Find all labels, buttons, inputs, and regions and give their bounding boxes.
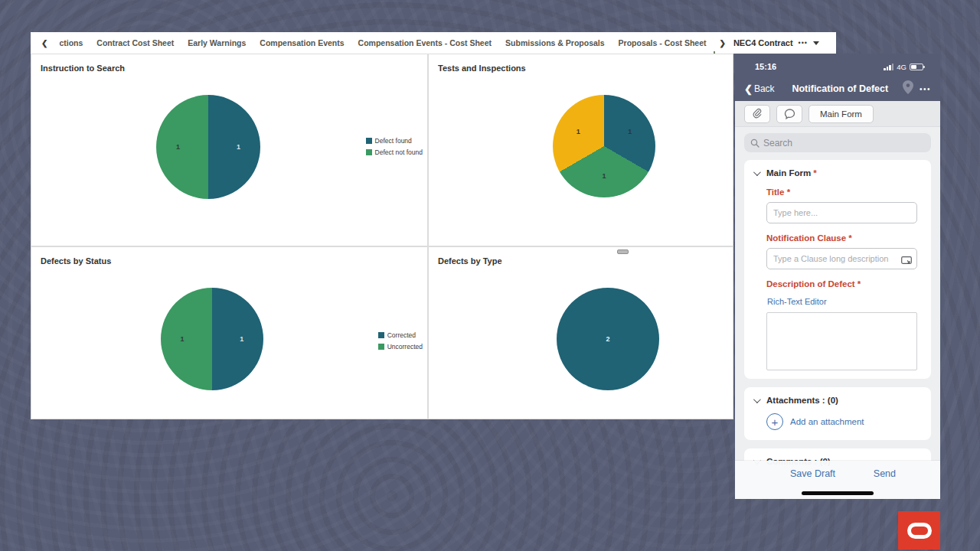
network-type: 4G <box>897 63 906 71</box>
comment-bubble-icon <box>784 109 795 119</box>
clock: 15:16 <box>755 62 776 71</box>
battery-icon <box>910 64 923 70</box>
tab-early-warnings[interactable]: Early Warnings <box>181 32 253 54</box>
notification-clause-label: Notification Clause * <box>766 233 922 243</box>
tab-strip: ctionsContract Cost SheetEarly WarningsC… <box>52 32 714 54</box>
title-label: Title * <box>766 187 922 197</box>
tabs-scroll-left-icon[interactable]: ❮ <box>37 39 52 47</box>
title-input[interactable]: Type here... <box>766 202 917 223</box>
attachments-section-header[interactable]: Attachments : (0) <box>753 396 922 405</box>
tabs-scroll-right-icon[interactable]: ❯ <box>715 39 730 47</box>
main-form-card: Main Form* Title * Type here... Notifica… <box>744 160 931 379</box>
pie-slice-value: 1 <box>181 335 185 343</box>
tab-ctions[interactable]: ctions <box>52 32 90 54</box>
pie-tests-and-inspections[interactable]: 111 <box>553 95 655 197</box>
add-attachment-button[interactable]: + Add an attachment <box>766 413 922 430</box>
legend-swatch <box>378 332 384 338</box>
paperclip-icon <box>753 108 763 119</box>
search-input[interactable]: Search <box>744 133 931 152</box>
attach-file-button[interactable] <box>744 105 770 123</box>
title-placeholder: Type here... <box>773 208 818 217</box>
description-field: Description of Defect * Rich-Text Editor <box>766 279 922 370</box>
title-field: Title * Type here... <box>766 187 922 223</box>
mobile-app-screen: 15:16 4G ❮ Back Notification of Defect •… <box>735 54 940 499</box>
pie-defects-by-type[interactable]: 2 <box>557 288 659 390</box>
signal-strength-icon <box>884 64 893 70</box>
tab-contract-cost-sheet[interactable]: Contract Cost Sheet <box>90 32 181 54</box>
chart-panel-defects-by-status: Defects by Status 11 CorrectedUncorrecte… <box>31 246 428 419</box>
back-button[interactable]: ❮ Back <box>744 83 775 95</box>
clause-placeholder: Type a Clause long description <box>773 254 888 263</box>
legend-swatch <box>366 149 372 155</box>
search-icon <box>750 139 760 148</box>
attachments-card: Attachments : (0) + Add an attachment <box>744 387 931 440</box>
status-bar: 15:16 4G <box>735 54 940 77</box>
pie-slice-value: 1 <box>577 128 580 135</box>
clause-picker-popup-icon[interactable] <box>901 254 912 268</box>
legend-label: Corrected <box>387 331 416 339</box>
comments-button[interactable] <box>776 105 802 123</box>
legend-item: Defect found <box>366 137 423 145</box>
pie-defects-by-status[interactable]: 11 <box>161 288 263 390</box>
contract-dropdown-caret-icon[interactable] <box>813 41 819 45</box>
back-label: Back <box>754 83 775 94</box>
page-title: Notification of Defect <box>779 83 901 94</box>
save-draft-button[interactable]: Save Draft <box>790 468 835 479</box>
contract-name: NEC4 Contract <box>733 38 793 47</box>
legend-label: Defect not found <box>375 148 423 156</box>
panel-resize-handle[interactable] <box>617 249 629 254</box>
pie-slice-value: 1 <box>602 172 606 180</box>
oracle-o-icon <box>907 523 932 539</box>
notification-clause-field: Notification Clause * Type a Clause long… <box>766 233 922 269</box>
legend-label: Uncorrected <box>387 343 423 350</box>
chevron-down-icon <box>753 168 761 176</box>
section-title: Attachments : (0) <box>766 396 838 405</box>
chart-legend: Defect foundDefect not found <box>366 137 423 156</box>
home-indicator[interactable] <box>802 491 874 495</box>
chart-panel-defects-by-type: Defects by Type 2 <box>428 246 733 419</box>
dashboard-grid: Instruction to Search 11 Defect foundDef… <box>31 54 733 419</box>
chart-panel-tests-and-inspections: Tests and Inspections 111 <box>428 54 733 246</box>
chart-title: Defects by Status <box>31 247 427 266</box>
tab-proposals-cost-sheet[interactable]: Proposals - Cost Sheet <box>612 32 714 54</box>
chevron-down-icon <box>753 396 761 403</box>
contract-switcher[interactable]: NEC4 Contract ••• <box>733 38 830 47</box>
pie-slice-value: 1 <box>176 143 180 151</box>
send-button[interactable]: Send <box>874 468 896 479</box>
search-area: Search <box>735 127 940 157</box>
contract-tab-bar: ❮ ctionsContract Cost SheetEarly Warning… <box>31 32 836 54</box>
main-form-toolbar-button[interactable]: Main Form <box>808 105 874 123</box>
chart-legend: CorrectedUncorrected <box>378 331 423 350</box>
required-asterisk: * <box>813 168 816 178</box>
tab-compensation-events[interactable]: Compensation Events <box>253 32 351 54</box>
form-toolbar: Main Form <box>735 101 940 127</box>
plus-circle-icon: + <box>766 413 783 430</box>
pie-slice-value: 2 <box>606 335 609 343</box>
description-textarea[interactable] <box>766 312 917 370</box>
pie-slice-value: 1 <box>240 335 243 343</box>
contract-more-icon[interactable]: ••• <box>799 39 808 47</box>
legend-item: Defect not found <box>366 148 423 156</box>
chart-title: Instruction to Search <box>31 54 427 73</box>
pie-instruction-to-search[interactable]: 11 <box>156 95 260 199</box>
main-form-section-header[interactable]: Main Form* <box>753 168 922 178</box>
form-content: Main Form* Title * Type here... Notifica… <box>735 157 940 499</box>
chart-panel-instruction-to-search: Instruction to Search 11 Defect foundDef… <box>31 54 428 246</box>
add-attachment-label: Add an attachment <box>790 417 864 426</box>
pie-slice-value: 1 <box>237 143 240 151</box>
tab-submissions-proposals[interactable]: Submissions & Proposals <box>498 32 612 54</box>
nav-bar: ❮ Back Notification of Defect ••• <box>735 77 940 101</box>
more-options-icon[interactable]: ••• <box>920 85 931 93</box>
legend-item: Corrected <box>378 331 423 339</box>
tab-compensation-events-cost-sheet[interactable]: Compensation Events - Cost Sheet <box>351 32 498 54</box>
chart-title: Defects by Type <box>429 247 733 266</box>
notification-clause-input[interactable]: Type a Clause long description <box>766 248 917 269</box>
chart-title: Tests and Inspections <box>429 54 733 73</box>
legend-label: Defect found <box>375 137 412 145</box>
legend-swatch <box>378 344 384 350</box>
location-pin-icon[interactable] <box>903 80 913 97</box>
rich-text-editor-link[interactable]: Rich-Text Editor <box>767 297 827 306</box>
legend-item: Uncorrected <box>378 343 423 350</box>
section-title: Main Form* <box>766 168 817 178</box>
legend-swatch <box>366 138 372 144</box>
